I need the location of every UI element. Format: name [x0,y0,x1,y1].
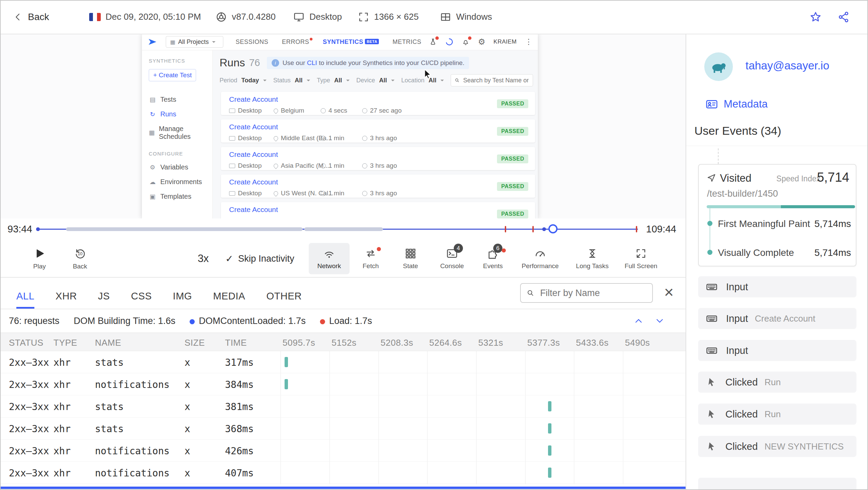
filter-status[interactable]: All [295,77,303,84]
sidebar-item-environments[interactable]: ☁Environments [149,178,206,186]
request-status: 2xx–3xx [9,468,49,479]
metadata-button[interactable]: Metadata [705,98,768,111]
user-menu[interactable]: KRAIEM [494,38,517,45]
run-name-link[interactable]: Create Account [229,123,528,131]
long-tasks-tool-button[interactable]: Long Tasks [568,243,616,274]
events-alert-dot [502,248,506,252]
test-search-input[interactable] [463,77,529,84]
timeline-error-marker[interactable] [505,226,506,232]
tab-js[interactable]: JS [98,291,110,309]
network-table-body: 2xx–3xx xhr stats x 317ms 2xx–3xx xhr no… [1,351,686,484]
run-name-link[interactable]: Create Account [229,150,528,159]
run-row[interactable]: Create Account PASSED [221,202,535,218]
clicked-event-item[interactable]: Clicked Run [698,404,856,425]
sidebar-item-variables[interactable]: ⚙Variables [149,163,206,171]
run-name-link[interactable]: Create Account [229,178,528,186]
filter-device[interactable]: All [379,77,387,84]
close-panel-button[interactable]: × [660,282,677,303]
favorite-button[interactable] [809,1,822,33]
notifications-button[interactable] [462,38,470,46]
network-request-row[interactable]: 2xx–3xx xhr notifications x 426ms [1,440,686,462]
full-screen-tool-button[interactable]: Full Screen [617,243,665,274]
skip-inactivity-toggle[interactable]: ✓ Skip Inactivity [225,243,294,274]
back-button[interactable]: Back [13,1,49,33]
tab-all[interactable]: ALL [16,291,34,309]
input-event-item[interactable]: Input Create Account [698,308,856,329]
test-search-box[interactable] [451,74,533,86]
run-row[interactable]: Create Account Desktop US West (N. Cal..… [221,175,535,198]
timeline-track[interactable] [37,229,638,230]
filter-type[interactable]: All [334,77,342,84]
tab-xhr[interactable]: XHR [55,291,77,309]
network-tool-button[interactable]: Network [309,243,350,274]
back-ten-seconds-button[interactable]: 10 Back [61,243,99,274]
sidebar-item-runs[interactable]: ↻Runs [149,110,206,118]
metric-value: 5,714ms [815,218,851,229]
timeline-error-marker[interactable] [636,226,637,232]
filter-period[interactable]: Today [241,77,259,84]
keyboard-icon [706,281,718,293]
performance-tool-button[interactable]: Performance [516,243,564,274]
tab-css[interactable]: CSS [131,291,152,309]
notification-dot [468,36,471,40]
state-tool-button[interactable]: State [390,243,431,274]
fetch-tool-button[interactable]: Fetch [350,243,391,274]
play-button[interactable]: Play [21,243,58,274]
dom-content-loaded: DOMContentLoaded: 1.7s [190,316,306,326]
network-filter-input[interactable] [540,288,647,299]
project-selector[interactable]: ▦ All Projects [166,36,223,48]
events-tool-button[interactable]: Events 6 [472,243,513,274]
run-name-link[interactable]: Create Account [229,206,528,214]
console-tool-button[interactable]: Console 4 [432,243,472,274]
tab-other[interactable]: OTHER [266,291,302,309]
network-request-row[interactable]: 2xx–3xx xhr notifications x 407ms [1,462,686,484]
run-name-link[interactable]: Create Account [229,95,528,103]
kebab-menu-icon[interactable]: ⋮ [525,37,532,46]
settings-gear-icon[interactable]: ⚙ [478,37,485,47]
menu-errors[interactable]: ERRORS [282,38,309,46]
input-event-item[interactable]: Input [698,340,856,361]
network-request-row[interactable]: 2xx–3xx xhr stats x 381ms [1,395,686,418]
clicked-event-item[interactable]: Clicked Run [698,372,856,393]
visited-event-card[interactable]: Visited Speed Index 5,714 /test-builder/… [698,164,856,266]
menu-sessions[interactable]: SESSIONS [236,38,268,46]
timeline-event-dot[interactable] [542,227,546,231]
network-request-row[interactable]: 2xx–3xx xhr stats x 368ms [1,418,686,440]
plugins-button[interactable] [429,38,437,46]
sidebar-item-templates[interactable]: ▣Templates [149,193,206,200]
list-item-partial[interactable] [698,478,856,490]
tab-media[interactable]: MEDIA [213,291,245,309]
cli-link[interactable]: CLI [307,59,317,66]
tab-img[interactable]: IMG [173,291,192,309]
clock-icon [362,191,367,196]
keyboard-icon [706,312,718,325]
clicked-event-item[interactable]: Clicked NEW SYNTHETICS [698,436,856,457]
current-time-label: 93:44 [7,224,32,235]
click-pointer-icon [706,441,717,452]
share-button[interactable] [837,1,850,33]
input-event-item[interactable]: Input [698,276,856,297]
sidebar-item-manage-schedules[interactable]: ▦Manage Schedules [149,125,206,141]
monitor-icon [229,109,235,113]
network-request-row[interactable]: 2xx–3xx xhr stats x 317ms [1,351,686,373]
menu-metrics[interactable]: METRICS [392,38,421,46]
run-row[interactable]: Create Account Desktop Belgium 4 secs 27… [221,92,535,115]
network-filter-box[interactable] [520,283,653,303]
run-row[interactable]: Create Account Desktop Middle East (Ba..… [221,119,535,143]
chevron-up-icon[interactable] [633,315,644,326]
filter-label: Location [401,77,424,84]
clock-icon [321,108,326,113]
user-email-link[interactable]: tahay@asayer.io [745,59,829,72]
sidebar-item-tests[interactable]: ▤Tests [149,96,206,103]
create-test-button[interactable]: + Create Test [149,69,196,81]
timeline-error-marker[interactable] [532,226,534,232]
run-row[interactable]: Create Account Desktop Asia Pacific (M..… [221,147,535,170]
load-time: Load: 1.7s [320,316,372,326]
chevron-down-icon[interactable] [654,315,665,326]
playback-speed-button[interactable]: 3x [191,243,215,274]
request-status: 2xx–3xx [9,401,49,412]
menu-synthetics[interactable]: SYNTHETICSBETA [323,38,379,46]
chevron-down-icon [263,80,267,83]
timeline-playhead[interactable] [548,224,558,233]
network-request-row[interactable]: 2xx–3xx xhr notifications x 384ms [1,373,686,395]
